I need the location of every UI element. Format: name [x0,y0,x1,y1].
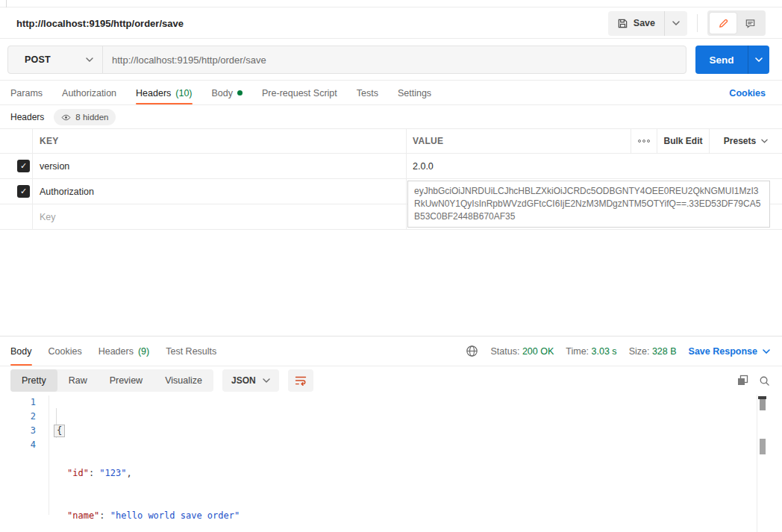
scrollbar-annotation [760,439,766,454]
response-tab-headers[interactable]: Headers (9) [98,337,150,366]
bulk-edit-button[interactable]: Bulk Edit [657,129,709,153]
tab-tests[interactable]: Tests [357,81,378,104]
chevron-down-icon [761,139,768,143]
url-input[interactable] [103,46,686,73]
edit-button[interactable] [710,13,736,34]
app-window: http://localhost:9195/http/order/save Sa… [0,0,782,532]
json-body-content: { "id": "123", "name": "hello world save… [54,395,752,532]
header-value-cell[interactable]: 2.0.0 [413,161,434,172]
response-tab-body[interactable]: Body [10,337,32,366]
send-button-group: Send [695,46,769,74]
method-select[interactable]: POST [8,46,103,73]
scrollbar-track [757,395,757,532]
divider [697,14,698,32]
body-modified-dot [237,90,243,96]
response-body-actions [736,375,770,387]
presets-dropdown[interactable]: Presets [709,129,782,153]
tab-body[interactable]: Body [212,81,243,104]
response-body-toolbar: Pretty Raw Preview Visualize JSON [0,366,782,395]
more-options-button[interactable] [631,129,657,153]
response-tabs: Body Cookies Headers (9) Test Results St… [0,337,782,366]
send-button[interactable]: Send [695,46,748,74]
chevron-down-icon [86,57,93,62]
tab-headers[interactable]: Headers (10) [136,81,192,104]
tab-settings[interactable]: Settings [398,81,431,104]
request-tabs: Params Authorization Headers (10) Body P… [0,81,782,105]
hidden-headers-label: 8 hidden [75,113,108,122]
comment-icon [745,18,756,29]
response-meta: Status: 200 OK Time: 3.03 s Size: 328 B … [466,345,770,357]
scrollbar-thumb[interactable] [760,399,766,410]
save-button-group: Save [608,11,687,36]
code-line: "id": "123", [54,466,752,481]
open-brace: { [54,425,65,437]
line-number: 2 [0,410,36,424]
tab-divider [6,0,7,7]
status-badge: Status: 200 OK [490,346,554,357]
chevron-down-icon [763,349,770,354]
view-raw-button[interactable]: Raw [57,369,98,392]
save-button-label: Save [634,18,655,28]
method-url-group: POST [7,46,686,74]
row-checkbox[interactable]: ✓ [17,160,30,172]
tab-authorization[interactable]: Authorization [62,81,116,104]
chevron-down-icon [263,378,270,383]
value-column-header: VALUE [413,136,443,146]
edit-comment-toggle [707,10,766,36]
wrap-text-button[interactable] [288,369,313,392]
headers-panel-title: Headers [10,112,44,122]
time-badge: Time: 3.03 s [566,346,616,357]
view-preview-button[interactable]: Preview [98,369,154,392]
method-value: POST [25,54,51,65]
save-options-button[interactable] [664,11,687,36]
request-builder: POST Send [0,40,782,81]
headers-count: (10) [175,88,192,98]
row-checkbox[interactable]: ✓ [17,185,30,198]
chevron-down-icon [672,21,680,25]
request-title: http://localhost:9195/http/order/save [16,18,184,29]
copy-icon[interactable] [736,375,748,387]
line-number: 3 [0,424,36,438]
eye-icon [61,113,71,122]
view-pretty-button[interactable]: Pretty [10,369,57,392]
line-number-gutter: 1 2 3 4 [0,395,49,452]
tab-pre-request-script[interactable]: Pre-request Script [262,81,337,104]
code-line: "name": "hello world save order" [54,509,752,523]
header-checkbox-column [0,129,33,153]
tab-params[interactable]: Params [10,81,43,104]
comments-button[interactable] [736,13,763,34]
line-number: 4 [0,438,36,452]
send-options-button[interactable] [748,46,769,74]
header-key-cell[interactable]: version [40,161,69,172]
response-headers-count: (9) [138,346,149,357]
response-tab-test-results[interactable]: Test Results [166,337,216,366]
header-key-cell[interactable]: Authorization [40,187,94,197]
response-panel: Body Cookies Headers (9) Test Results St… [0,336,782,532]
code-line: { [54,424,752,438]
save-icon [617,18,628,29]
headers-panel-header: Headers 8 hidden [0,106,782,128]
save-button[interactable]: Save [608,11,664,36]
request-title-bar: http://localhost:9195/http/order/save Sa… [0,8,782,39]
ellipsis-icon [638,140,650,143]
search-icon[interactable] [759,375,770,387]
format-dropdown[interactable]: JSON [222,369,279,392]
line-number: 1 [0,395,36,410]
tab-strip [0,0,782,7]
chevron-down-icon [755,57,763,62]
key-column-header: KEY [40,136,59,146]
hidden-headers-toggle[interactable]: 8 hidden [54,109,116,125]
response-tab-cookies[interactable]: Cookies [49,337,82,366]
authorization-value-cell[interactable]: eyJhbGciOiJNRDUiLCJhcHBLZXkiOiJCRDc5ODBG… [407,181,770,228]
header-row-version: ✓ version 2.0.0 [0,154,782,179]
save-response-button[interactable]: Save Response [689,346,770,357]
wrap-text-icon [295,375,307,386]
table-header-row: KEY VALUE Bulk Edit Presets [0,128,782,154]
network-globe-icon[interactable] [466,345,478,357]
size-badge: Size: 328 B [629,346,677,357]
cookies-link[interactable]: Cookies [729,88,766,98]
key-placeholder-cell[interactable]: Key [40,212,56,222]
headers-table: KEY VALUE Bulk Edit Presets ✓ version 2.… [0,128,782,230]
view-mode-segmented-control: Pretty Raw Preview Visualize [10,369,213,392]
view-visualize-button[interactable]: Visualize [154,369,213,392]
